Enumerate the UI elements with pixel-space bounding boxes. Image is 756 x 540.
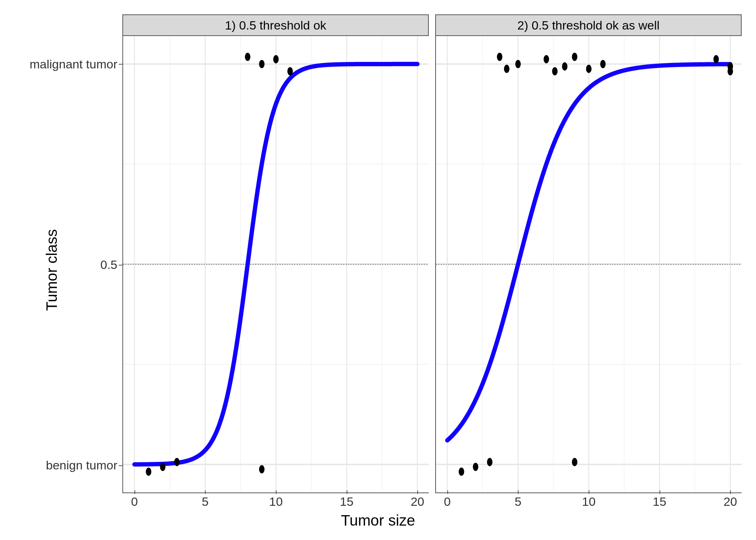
y-tick-label: 0.5: [100, 258, 117, 272]
data-point: [273, 55, 279, 63]
data-point: [515, 60, 521, 68]
x-tick-label: 15: [340, 495, 354, 509]
facet-panel: 2) 0.5 threshold ok as well05101520: [435, 14, 742, 493]
data-point: [544, 55, 549, 63]
data-point: [287, 67, 293, 75]
data-point: [728, 62, 733, 71]
x-tick-label: 10: [582, 495, 596, 509]
data-point: [473, 463, 478, 471]
data-point: [146, 468, 151, 476]
data-point: [714, 55, 719, 63]
plot-area: 05101520: [122, 36, 429, 493]
x-tick-label: 5: [515, 495, 522, 509]
data-point: [562, 62, 567, 71]
facet-strip-label: 2) 0.5 threshold ok as well: [435, 14, 742, 36]
x-tick-label: 20: [724, 495, 737, 509]
plot-area: 05101520: [435, 36, 742, 493]
data-point: [259, 60, 265, 68]
data-point: [572, 53, 577, 61]
data-point: [572, 458, 577, 466]
data-point: [459, 468, 464, 476]
data-point: [497, 53, 502, 61]
data-point: [160, 463, 165, 471]
x-axis-label: Tumor size: [341, 512, 415, 529]
data-point: [600, 60, 606, 68]
facet-panel: 1) 0.5 threshold ok05101520: [122, 14, 429, 493]
x-tick-label: 10: [269, 495, 283, 509]
data-point: [487, 458, 492, 466]
x-tick-label: 0: [131, 495, 138, 509]
x-tick-label: 20: [411, 495, 424, 509]
data-point: [259, 465, 265, 473]
x-axis-ticks: 05101520: [123, 495, 429, 513]
y-axis-label: Tumor class: [43, 229, 60, 311]
facet-panels: 1) 0.5 threshold ok051015202) 0.5 thresh…: [122, 14, 742, 493]
facet-strip-label: 1) 0.5 threshold ok: [122, 14, 429, 36]
data-point: [174, 458, 180, 466]
y-tick-label: benign tumor: [46, 458, 117, 472]
data-point: [552, 67, 558, 75]
figure: Tumor class Tumor size benign tumor0.5ma…: [0, 0, 756, 540]
x-tick-label: 15: [653, 495, 666, 509]
x-tick-label: 5: [202, 495, 209, 509]
data-point: [586, 65, 591, 73]
x-axis-ticks: 05101520: [436, 495, 742, 513]
data-point: [245, 53, 250, 61]
y-tick-label: malignant tumor: [30, 57, 117, 71]
x-tick-label: 0: [444, 495, 451, 509]
data-point: [504, 65, 509, 73]
